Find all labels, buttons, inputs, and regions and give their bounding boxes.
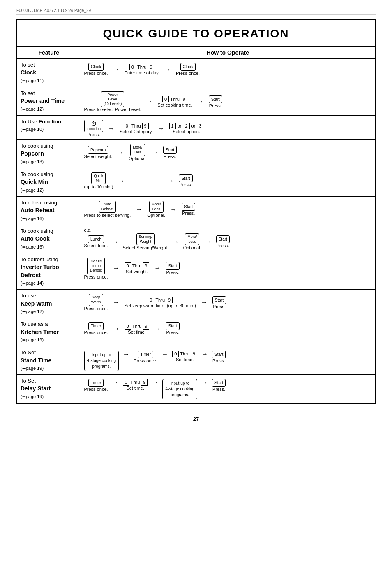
table-row: To set Power and Time (➡page 12) PowerLe… [17, 87, 375, 115]
keep-warm-key: KeepWarm [89, 294, 104, 306]
arrow-icon: → [201, 299, 208, 306]
table-row: To defrost using Inverter Turbo Defrost … [17, 253, 375, 290]
page-title: QUICK GUIDE TO OPERATION [16, 19, 376, 46]
start-key: Start [166, 262, 179, 270]
table-row: To set Clock (➡page 11) Clock Press once… [17, 59, 375, 87]
feature-cell-keep-warm: To use Keep Warm (➡page 12) [17, 290, 81, 318]
feature-cell-popcorn: To cook using Popcorn (➡page 13) [17, 139, 81, 168]
arrow-icon: → [164, 66, 171, 73]
how-cell-stand-time: Input up to4-stage cookingprograms. → Ti… [81, 346, 375, 375]
feature-cell-delay-start: To Set Delay Start (➡page 19) [17, 375, 81, 403]
how-cell-auto-reheat: AutoReheat Press to select serving. → Mo… [81, 196, 375, 225]
arrow-icon: → [167, 177, 174, 185]
table-row: To Use Function (➡page 10) ⏱ Function Pr… [17, 115, 375, 139]
quick-min-key: QuickMin [91, 172, 106, 184]
how-cell-defrost: InverterTurboDefrost Press once. → 0 Thr… [81, 253, 375, 290]
arrow-icon: → [201, 379, 208, 386]
start-key: Start [212, 351, 226, 358]
start-key: Start [179, 174, 192, 182]
start-key: Start [216, 235, 230, 243]
auto-reheat-key: AutoReheat [99, 201, 116, 213]
timer-key-delay: Timer [88, 379, 104, 387]
how-cell-popcorn: Popcorn Select weight. → More/Less Optio… [81, 139, 375, 168]
table-row: To Set Delay Start (➡page 19) Timer Pres… [17, 375, 375, 403]
how-cell-clock: Clock Press once. → 0 Thru 9 Enter time … [81, 59, 375, 87]
start-key: Start [212, 379, 226, 387]
inverter-turbo-defrost-key: InverterTurboDefrost [87, 258, 105, 274]
start-key: Start [166, 322, 179, 330]
arrow-icon: → [123, 351, 129, 358]
page-header: F00036J33AP 2006.2.13 09:29 Page_29 [16, 8, 376, 15]
function-key: ⏱ Function [84, 120, 104, 132]
feature-cell-auto-reheat: To reheat using Auto Reheat (➡page 16) [17, 196, 81, 225]
how-cell-kitchen-timer: Timer Press once. → 0 Thru 9 Set time. → [81, 318, 375, 346]
arrow-icon: → [173, 238, 179, 246]
clock-key-1: Clock [88, 63, 104, 71]
table-row: To cook using Auto Cook (➡page 16) e.g. … [17, 225, 375, 253]
lunch-key: Lunch [88, 235, 104, 243]
feature-cell-kitchen-timer: To use as a Kitchen Timer (➡page 19) [17, 318, 81, 346]
arrow-icon: → [108, 125, 115, 132]
feature-cell-defrost: To defrost using Inverter Turbo Defrost … [17, 253, 81, 290]
arrow-icon: → [205, 238, 212, 246]
arrow-icon: → [146, 98, 152, 105]
arrow-icon: → [158, 125, 164, 132]
arrow-icon: → [154, 325, 161, 332]
feature-cell-quick-min: To cook using Quick Min (➡page 12) [17, 168, 81, 196]
arrow-icon: → [113, 299, 120, 306]
how-cell-quick-min: QuickMin (up to 10 min.) → → Start Press… [81, 168, 375, 196]
feature-cell-function: To Use Function (➡page 10) [17, 115, 81, 139]
arrow-icon: → [154, 265, 161, 272]
how-cell-function: ⏱ Function Press. → 0 Thru 9 Select Cate… [81, 115, 375, 139]
table-row: To reheat using Auto Reheat (➡page 16) A… [17, 196, 375, 225]
feature-cell-stand-time: To Set Stand Time (➡page 19) [17, 346, 81, 375]
how-cell-keep-warm: KeepWarm Press once. → 0 Thru 9 Set keep… [81, 290, 375, 318]
timer-key-stand: Timer [138, 351, 153, 358]
arrow-icon: → [161, 351, 168, 358]
arrow-icon: → [118, 177, 125, 185]
timer-key: Timer [88, 322, 104, 330]
more-less-key: More/Less [149, 201, 164, 213]
arrow-icon: → [201, 351, 208, 358]
arrow-icon: → [152, 379, 158, 386]
feature-cell-power-time: To set Power and Time (➡page 12) [17, 87, 81, 115]
power-level-key: PowerLevel(10 Levels) [101, 91, 125, 107]
arrow-icon: → [113, 325, 120, 332]
how-cell-auto-cook: e.g. Lunch Select food. → Serving/Weight… [81, 225, 375, 253]
how-cell-power-time: PowerLevel(10 Levels) Press to select Po… [81, 87, 375, 115]
table-row: To cook using Quick Min (➡page 12) Quick… [17, 168, 375, 196]
arrow-icon: → [112, 238, 119, 246]
how-cell-delay-start: Timer Press once. → 0 Thru 9 Set time. → [81, 375, 375, 403]
start-key: Start [163, 146, 177, 154]
more-less-key: More/Less [185, 233, 199, 245]
arrow-icon: → [117, 149, 124, 156]
arrow-icon: → [152, 149, 158, 156]
feature-cell-auto-cook: To cook using Auto Cook (➡page 16) [17, 225, 81, 253]
table-row: To use Keep Warm (➡page 12) KeepWarm Pre… [17, 290, 375, 318]
arrow-icon: → [113, 265, 120, 272]
page-footer: 27 [16, 416, 376, 422]
arrow-icon: → [136, 206, 142, 213]
guide-table: Feature How to Operate To set Clock (➡pa… [16, 46, 376, 404]
feature-cell-clock: To set Clock (➡page 11) [17, 59, 81, 87]
table-row: To use as a Kitchen Timer (➡page 19) Tim… [17, 318, 375, 346]
arrow-icon: → [112, 379, 119, 386]
arrow-icon: → [197, 98, 204, 105]
how-column-header: How to Operate [81, 46, 375, 59]
more-less-key: More/Less [130, 144, 145, 156]
clock-key-2: Clock [180, 63, 196, 71]
feature-column-header: Feature [17, 46, 81, 59]
start-key: Start [209, 95, 222, 103]
popcorn-key: Popcorn [88, 146, 108, 154]
table-row: To Set Stand Time (➡page 19) Input up to… [17, 346, 375, 375]
start-key: Start [182, 203, 195, 211]
table-row: To cook using Popcorn (➡page 13) Popcorn… [17, 139, 375, 168]
arrow-icon: → [170, 206, 177, 213]
start-key: Start [212, 296, 226, 304]
serving-weight-key: Serving/Weight [136, 233, 155, 245]
arrow-icon: → [113, 66, 120, 73]
